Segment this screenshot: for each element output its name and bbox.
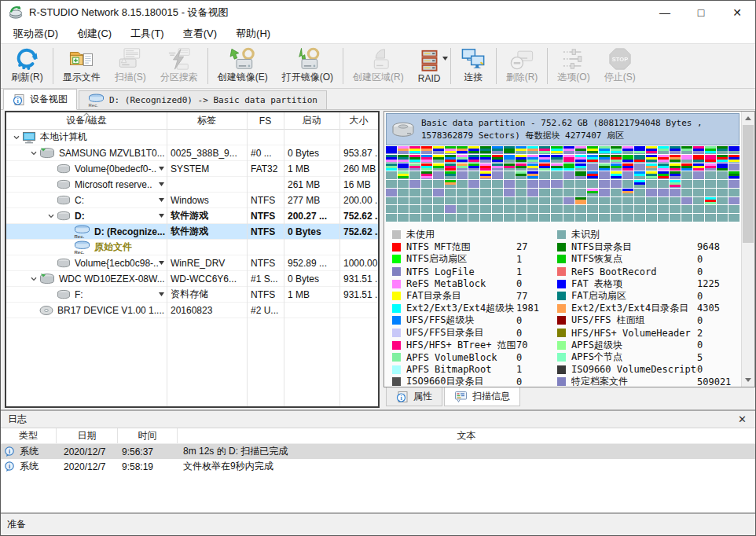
toolbar-show-files-button[interactable]: 显示文件	[56, 45, 108, 87]
chevron-down-icon[interactable]	[11, 134, 22, 141]
table-row[interactable]: Rec.原始文件	[6, 240, 378, 255]
table-row[interactable]: Rec.D: (Recognize...软件游戏NTFS0 Bytes752.6…	[6, 224, 378, 240]
block-cell	[611, 214, 622, 222]
block-cell	[705, 163, 716, 171]
scrollbar-thumb[interactable]	[743, 125, 754, 243]
close-button[interactable]: ✕	[719, 1, 755, 24]
column-header-1[interactable]: 标签	[167, 112, 247, 129]
column-header-0[interactable]: 设备/磁盘	[6, 112, 167, 129]
device-name-cell: BR17 DEVICE V1.00 1....	[6, 303, 167, 318]
table-row[interactable]: BR17 DEVICE V1.00 1....20160823#2 U...	[6, 303, 378, 318]
log-panel: 日志 ✕ 类型日期时间文本 i系统2020/12/79:56:378m 12s …	[1, 409, 755, 512]
view-tab-1[interactable]: Rec.D: (Recognized0) -> Basic data parti…	[79, 90, 327, 109]
toolbar-refresh-button[interactable]: 刷新(R)	[4, 45, 50, 87]
menu-item-2[interactable]: 工具(T)	[121, 24, 174, 43]
device-label-cell	[167, 240, 247, 255]
block-cell	[563, 205, 574, 213]
menu-item-3[interactable]: 查看(V)	[174, 24, 226, 43]
block-cell	[421, 205, 432, 213]
block-cell	[622, 197, 633, 205]
block-cell	[433, 189, 444, 196]
minimize-button[interactable]: —	[647, 1, 683, 24]
block-cell	[504, 189, 515, 196]
volume-icon	[57, 258, 71, 269]
device-boot-cell: 0 Bytes	[284, 224, 339, 239]
block-cell	[539, 180, 550, 188]
block-cell	[539, 189, 550, 196]
dropdown-icon[interactable]	[159, 198, 167, 202]
column-separator	[167, 112, 167, 406]
block-cell	[717, 146, 728, 154]
table-row[interactable]: WDC WD10EZEX-08W...WD-WCC6Y6...#1 S...0 …	[6, 271, 378, 287]
log-column-header-2[interactable]: 时间	[118, 428, 178, 443]
dropdown-icon[interactable]	[159, 214, 167, 218]
toolbar-raid-button[interactable]: RAID	[411, 45, 448, 87]
scan-content: Basic data partition - 752.62 GB (808121…	[384, 112, 741, 387]
column-header-label: 大小	[350, 114, 369, 127]
scan-icon	[117, 47, 143, 71]
block-cell	[445, 146, 456, 154]
dropdown-icon[interactable]	[159, 292, 167, 296]
dropdown-icon[interactable]	[159, 261, 167, 265]
legend-swatch	[392, 255, 401, 263]
scroll-down-icon[interactable]	[742, 373, 754, 387]
panel-tab-0[interactable]: i属性	[386, 387, 442, 406]
table-row[interactable]: Volume{0bedecf0-..SYSTEMFAT321 MB260 MB	[6, 161, 378, 177]
device-label-cell: WD-WCC6Y6...	[167, 271, 247, 286]
raid-dropdown-icon[interactable]	[442, 57, 448, 61]
svg-text:i: i	[9, 447, 10, 454]
dropdown-icon[interactable]	[159, 167, 167, 171]
block-cell	[587, 197, 598, 205]
block-cell	[527, 189, 538, 196]
legend-item: ReFS MetaBlock0	[392, 277, 557, 290]
log-close-icon[interactable]: ✕	[736, 413, 748, 425]
log-column-header-3[interactable]: 文本	[178, 428, 755, 443]
chevron-down-icon[interactable]	[46, 212, 57, 220]
svg-text:i: i	[9, 462, 10, 469]
block-cell	[492, 197, 503, 205]
table-row[interactable]: SAMSUNG MZVLB1T0...0025_388B_9...#0 ...0…	[6, 145, 378, 161]
column-header-2[interactable]: FS	[247, 112, 284, 129]
log-column-header-1[interactable]: 日期	[57, 428, 118, 443]
menu-item-4[interactable]: 帮助(H)	[226, 24, 280, 43]
block-cell	[622, 155, 633, 163]
block-cell	[705, 146, 716, 154]
menu-item-0[interactable]: 驱动器(D)	[4, 24, 68, 43]
device-size-cell: 752.62 ...	[339, 224, 378, 239]
table-row[interactable]: 本地计算机	[6, 130, 378, 145]
block-cell	[599, 155, 610, 163]
maximize-button[interactable]: □	[683, 1, 719, 24]
table-row[interactable]: Volume{1ecb0c98-..WinRE_DRVNTFS952.89 ..…	[6, 255, 378, 271]
block-cell	[386, 146, 397, 154]
log-row[interactable]: i系统2020/12/79:56:378m 12s 的 D: 扫描已完成	[1, 444, 755, 459]
status-text: 准备	[7, 518, 26, 531]
table-row[interactable]: F:资料存储NTFS1 MB931.51 ...	[6, 287, 378, 303]
block-cell	[646, 214, 657, 222]
column-header-4[interactable]: 大小	[339, 112, 378, 129]
menu-item-1[interactable]: 创建(C)	[68, 24, 121, 43]
block-cell	[705, 205, 716, 213]
legend-label: NTFS启动扇区	[406, 252, 516, 266]
table-row[interactable]: C:WindowsNTFS277 MB200.00 ...	[6, 193, 378, 208]
chevron-down-icon[interactable]	[28, 275, 39, 283]
dropdown-icon[interactable]	[159, 182, 167, 186]
toolbar-create-image-button[interactable]: 创建镜像(E)	[211, 45, 275, 87]
legend-column-left: 未使用NTFS MFT范围27NTFS启动扇区1NTFS LogFile1ReF…	[392, 229, 557, 387]
block-cell	[457, 171, 468, 179]
log-row[interactable]: i系统2020/12/79:58:19文件枚举在9秒内完成	[1, 459, 755, 474]
chevron-down-icon[interactable]	[28, 149, 39, 157]
column-header-3[interactable]: 启动	[284, 112, 339, 129]
toolbar-open-image-button[interactable]: 打开镜像(O)	[275, 45, 340, 87]
scan-scrollbar[interactable]	[741, 112, 754, 387]
partition-summary-text: Basic data partition - 752.62 GB (808121…	[421, 117, 734, 141]
log-column-header-0[interactable]: 类型	[1, 428, 57, 443]
table-row[interactable]: Microsoft reserve..261 MB16 MB	[6, 177, 378, 193]
table-row[interactable]: D:软件游戏NTFS200.27 ...752.62 ...	[6, 208, 378, 224]
toolbar-connect-button[interactable]: 连接	[453, 45, 494, 87]
panel-tab-1[interactable]: 扫描信息	[444, 387, 520, 406]
toolbar-button-label: 扫描(S)	[115, 71, 146, 84]
view-tab-0[interactable]: i设备视图	[3, 89, 77, 110]
block-cell	[468, 171, 479, 179]
legend-label: UFS/FFS目录条目	[406, 326, 516, 340]
scroll-up-icon[interactable]	[742, 112, 754, 125]
